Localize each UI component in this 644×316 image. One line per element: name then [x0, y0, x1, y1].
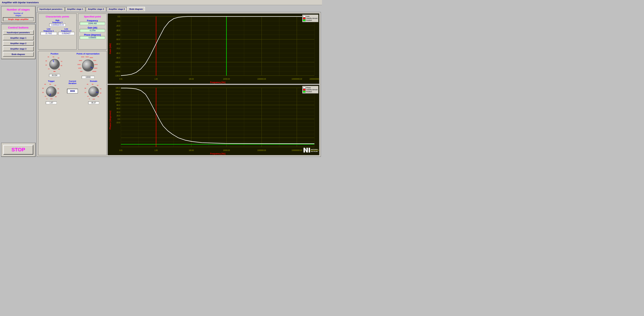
svg-text:90: 90: [55, 96, 57, 97]
position-knob[interactable]: 50 60 70 80 90 100 40 30 20 10: [46, 56, 64, 74]
specified-point-title: Specified point: [80, 15, 105, 18]
controls-panel: Characteristic points High frequency 1 3…: [38, 14, 107, 155]
phase-chart-container: 180.0 160.0 140.0 120.0 100.0 80.0 60.0 …: [108, 85, 320, 155]
svg-text:1000: 1000: [78, 67, 81, 69]
svg-text:40: 40: [86, 83, 88, 85]
svg-text:50: 50: [92, 83, 93, 85]
svg-text:Gain [db]: Gain [db]: [109, 43, 111, 54]
svg-text:0: 0: [46, 98, 48, 100]
svg-text:0.01: 0.01: [119, 78, 122, 80]
svg-text:-30.0: -30.0: [116, 29, 120, 31]
main-container: Number of stages Number of stages Single…: [0, 5, 322, 158]
svg-text:0.0: 0.0: [118, 118, 120, 120]
svg-text:-80.0: -80.0: [116, 52, 120, 54]
sp-freq-label: Frequency: [80, 20, 105, 22]
btn-stage2[interactable]: Amplifier stage 2: [3, 41, 34, 46]
svg-text:100.0: 100.0: [116, 100, 120, 103]
tab-bode[interactable]: Bode diagram: [127, 7, 145, 11]
svg-text:7000: 7000: [93, 60, 96, 61]
tab-stage2[interactable]: Amplifier stage 2: [86, 7, 106, 11]
domain-value: 95.07: [88, 101, 99, 104]
characteristic-points-box: Characteristic points High frequency 1 3…: [38, 14, 77, 50]
left-panel: Number of stages Number of stages Single…: [1, 6, 36, 157]
gain-legend-label: Gain: [306, 16, 310, 17]
gain-chart-container: 0.0 -10.0 -20.0 -30.0 -40.0 -50.0 -60.0 …: [108, 14, 320, 84]
sp-phase-label: Phase [degrees]: [80, 34, 105, 36]
btn-stage1[interactable]: Amplifier stage 1: [3, 36, 34, 40]
svg-text:-90.0: -90.0: [116, 56, 120, 59]
tab-io-params[interactable]: Input/output parameters: [37, 7, 65, 11]
gain-chart-legend: Gain Stability domain Pozition: [302, 15, 318, 22]
low-freq1-label2: frequency 1: [40, 30, 57, 32]
svg-text:50: 50: [50, 83, 51, 85]
svg-text:180.0: 180.0: [116, 87, 120, 89]
svg-text:20.0: 20.0: [116, 114, 120, 117]
svg-text:1000000.00: 1000000.00: [257, 78, 266, 80]
points-repr-title: Points of representation: [77, 53, 100, 55]
domain-knob[interactable]: 50 60 70 80 90 100 40 30 20 10: [84, 83, 103, 101]
svg-text:80: 80: [58, 92, 59, 94]
sp-phase-value: 0.008855: [80, 36, 105, 39]
svg-text:40.0: 40.0: [116, 111, 120, 113]
svg-text:10000: 10000: [92, 71, 96, 72]
svg-text:-100.0: -100.0: [115, 61, 120, 63]
svg-text:40: 40: [48, 56, 49, 58]
points-repr-knob-container: Points of representation 5000 4000 6000 …: [77, 53, 100, 79]
svg-marker-156: [304, 148, 308, 152]
svg-text:30: 30: [42, 87, 44, 89]
points-repr-scale: 5000 4000 6000 3000 7000 2000 8000 1000 …: [77, 56, 99, 76]
points-repr-knob[interactable]: 5000 4000 6000 3000 7000 2000 8000 1000 …: [77, 56, 99, 76]
low-freq2-label1: Low: [58, 28, 74, 30]
svg-point-11: [50, 59, 60, 69]
svg-text:1.00: 1.00: [154, 78, 158, 80]
svg-text:-10.0: -10.0: [116, 121, 120, 124]
low-freq2-value: 0.0928427: [58, 32, 74, 35]
trigger-knob[interactable]: 50 60 70 80 90 100 40 30 20 10: [42, 83, 60, 101]
high-freq-row: High frequency 1 3.0449102 E+8: [40, 20, 75, 27]
svg-text:10: 10: [45, 95, 46, 97]
number-of-stages-section: Number of stages Number of stages Single…: [1, 6, 36, 23]
svg-text:-120.0: -120.0: [115, 70, 120, 73]
svg-text:10000.00: 10000.00: [223, 78, 230, 80]
current-iteration-title: Currentiteration: [68, 80, 76, 84]
btn-io-params[interactable]: Input/output parameters: [3, 30, 34, 35]
tab-stage1[interactable]: Amplifier stage 1: [65, 7, 86, 11]
knobs-row-top: Position 50 60 70 80 90 100: [40, 53, 105, 79]
points-repr-value: 10000: [82, 76, 94, 79]
svg-text:NATIONAL: NATIONAL: [311, 149, 318, 150]
svg-text:INSTRUMENTS: INSTRUMENTS: [311, 151, 318, 152]
svg-text:60: 60: [97, 85, 98, 86]
phase-color-box: [303, 87, 306, 89]
svg-text:120.0: 120.0: [116, 97, 120, 99]
phase-position-label: Pozition: [306, 91, 312, 93]
position-knob-scale: 50 60 70 80 90 100 40 30 20 10: [46, 56, 64, 74]
svg-text:140.0: 140.0: [116, 93, 120, 96]
svg-text:-50.0: -50.0: [116, 38, 120, 41]
gain-legend-position: Pozition: [303, 20, 318, 21]
svg-text:20: 20: [84, 92, 86, 93]
tab-stage3[interactable]: Amplifier stage 3: [106, 7, 127, 11]
sp-gain-value: -0.2704: [80, 29, 105, 32]
gain-chart-svg: 0.0 -10.0 -20.0 -30.0 -40.0 -50.0 -60.0 …: [108, 14, 319, 84]
svg-text:0.0: 0.0: [118, 16, 120, 18]
svg-text:9000: 9000: [94, 67, 97, 69]
domain-title: Domain: [90, 80, 97, 82]
svg-text:50: 50: [52, 56, 54, 58]
domain-knob-container: Domain 50 60 70 80 90 100 40: [84, 80, 103, 104]
svg-text:60: 60: [58, 57, 59, 59]
svg-point-50: [88, 87, 99, 97]
svg-rect-157: [308, 148, 310, 152]
svg-text:10000.00: 10000.00: [223, 149, 230, 151]
svg-text:-130.0: -130.0: [115, 74, 120, 77]
trigger-title: Trigger: [48, 80, 55, 82]
btn-stage3[interactable]: Amplifier stage 3: [3, 47, 34, 51]
stop-button[interactable]: STOP: [3, 145, 33, 155]
svg-text:100: 100: [80, 71, 82, 72]
btn-bode[interactable]: Bode diagram: [3, 52, 34, 57]
svg-text:1.00: 1.00: [154, 149, 158, 151]
low-freq1-label1: Low: [40, 28, 57, 30]
phase-position-box: [303, 91, 306, 93]
ni-logo-svg: NATIONAL INSTRUMENTS: [303, 147, 318, 153]
position-knob-container: Position 50 60 70 80 90 100: [46, 53, 64, 77]
control-buttons-section: Control buttons Input/output parameters …: [1, 24, 36, 59]
